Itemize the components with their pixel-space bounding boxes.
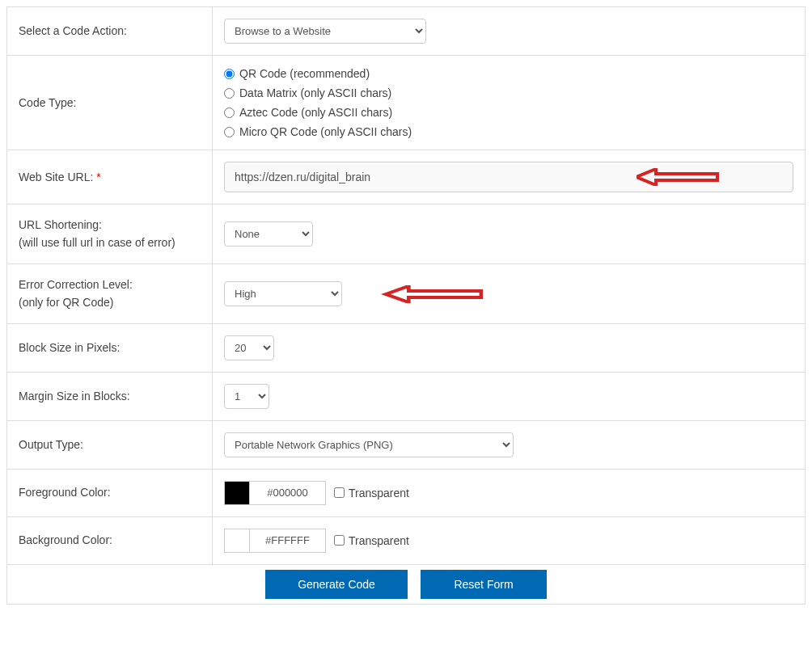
output-type-select[interactable]: Portable Network Graphics (PNG) <box>224 432 514 457</box>
fg-transparent-checkbox[interactable] <box>334 487 345 498</box>
label-margin-size: Margin Size in Blocks: <box>7 372 213 420</box>
block-size-select[interactable]: 20 <box>224 335 274 360</box>
cell-code-action: Browse to a Website <box>213 7 806 56</box>
code-type-radios: QR Code (recommended) Data Matrix (only … <box>224 67 793 138</box>
reset-button[interactable]: Reset Form <box>421 570 547 599</box>
fg-color-input[interactable] <box>249 482 325 504</box>
cell-code-type: QR Code (recommended) Data Matrix (only … <box>213 56 806 150</box>
generate-button[interactable]: Generate Code <box>265 570 408 599</box>
label-sub-text: (will use full url in case of error) <box>19 236 176 249</box>
label-text: Output Type: <box>19 438 83 451</box>
label-text: Error Correction Level: <box>19 278 133 291</box>
radio-input[interactable] <box>224 88 235 99</box>
radio-label: Micro QR Code (only ASCII chars) <box>239 125 412 138</box>
label-text: Web Site URL: <box>19 171 93 183</box>
radio-data-matrix[interactable]: Data Matrix (only ASCII chars) <box>224 86 793 99</box>
margin-size-select[interactable]: 1 <box>224 384 269 409</box>
radio-input[interactable] <box>224 69 235 79</box>
checkbox-label: Transparent <box>349 487 409 499</box>
url-input[interactable] <box>224 162 793 192</box>
label-url-shortening: URL Shortening: (will use full url in ca… <box>7 204 213 264</box>
cell-output-type: Portable Network Graphics (PNG) <box>213 420 806 469</box>
code-action-select[interactable]: Browse to a Website <box>224 19 426 44</box>
cell-margin-size: 1 <box>213 372 806 420</box>
bg-swatch[interactable] <box>225 529 249 552</box>
label-text: Code Type: <box>19 96 76 109</box>
label-ecl: Error Correction Level: (only for QR Cod… <box>7 263 213 323</box>
radio-label: Aztec Code (only ASCII chars) <box>239 106 392 119</box>
radio-input[interactable] <box>224 127 235 137</box>
label-bg-color: Background Color: <box>7 516 213 564</box>
cell-buttons: Generate Code Reset Form <box>7 564 806 604</box>
radio-label: Data Matrix (only ASCII chars) <box>239 86 391 99</box>
cell-block-size: 20 <box>213 323 806 372</box>
fg-transparent-label[interactable]: Transparent <box>334 487 409 499</box>
label-fg-color: Foreground Color: <box>7 469 213 516</box>
label-text: Foreground Color: <box>19 486 111 499</box>
ecl-select[interactable]: High <box>224 281 342 306</box>
label-text: Select a Code Action: <box>19 24 127 37</box>
bg-color-box <box>224 529 326 553</box>
label-text: URL Shortening: <box>19 218 102 231</box>
label-text: Margin Size in Blocks: <box>19 390 130 402</box>
annotation-arrow-icon <box>378 285 483 303</box>
fg-swatch[interactable] <box>225 482 249 504</box>
label-text: Background Color: <box>19 533 112 546</box>
radio-input[interactable] <box>224 107 235 118</box>
checkbox-label: Transparent <box>349 534 409 547</box>
label-url: Web Site URL: * <box>7 150 213 204</box>
label-code-action: Select a Code Action: <box>7 7 213 56</box>
required-mark: * <box>96 171 100 183</box>
bg-transparent-checkbox[interactable] <box>334 535 345 546</box>
qr-form-table: Select a Code Action: Browse to a Websit… <box>6 6 806 605</box>
url-shortening-select[interactable]: None <box>224 221 313 247</box>
cell-url-shortening: None <box>213 204 806 264</box>
label-output-type: Output Type: <box>7 420 213 469</box>
label-text: Block Size in Pixels: <box>19 341 120 354</box>
radio-label: QR Code (recommended) <box>239 67 370 80</box>
radio-qr-code[interactable]: QR Code (recommended) <box>224 67 793 80</box>
label-code-type: Code Type: <box>7 56 213 150</box>
radio-micro-qr[interactable]: Micro QR Code (only ASCII chars) <box>224 125 793 138</box>
radio-aztec[interactable]: Aztec Code (only ASCII chars) <box>224 106 793 119</box>
cell-fg-color: Transparent <box>213 469 806 516</box>
label-sub-text: (only for QR Code) <box>19 296 113 309</box>
label-block-size: Block Size in Pixels: <box>7 323 213 372</box>
cell-url <box>213 150 806 204</box>
fg-color-box <box>224 481 326 505</box>
cell-bg-color: Transparent <box>213 516 806 564</box>
cell-ecl: High <box>213 263 806 323</box>
bg-color-input[interactable] <box>249 529 325 552</box>
bg-transparent-label[interactable]: Transparent <box>334 534 409 547</box>
